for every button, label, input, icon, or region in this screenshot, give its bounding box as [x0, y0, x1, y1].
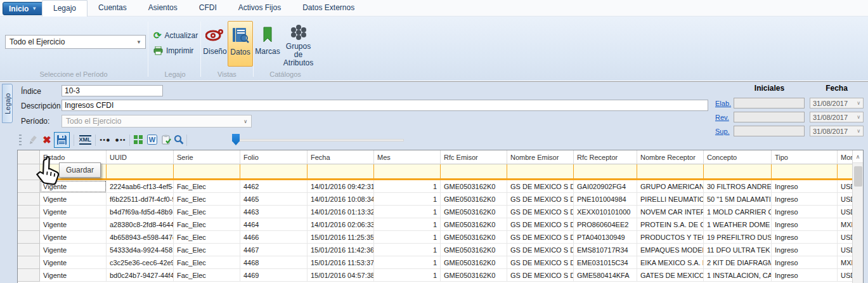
cell[interactable]: 54333d4a-9924-4581 — [107, 244, 174, 256]
filter-cell[interactable] — [637, 164, 704, 180]
cell[interactable]: PRODUCTOS Y TECN — [637, 231, 704, 244]
imprimir-button[interactable]: Imprimir — [153, 46, 193, 55]
scroll-up-icon[interactable]: ∧ — [853, 150, 863, 163]
cell[interactable]: XEXX010101000 — [574, 206, 637, 218]
cell[interactable]: a28380c8-2fd8-4644- — [107, 218, 174, 231]
tab-cfdi[interactable]: CFDI — [188, 0, 228, 16]
scrollbar-thumb[interactable] — [854, 166, 862, 187]
cell[interactable]: Vigente — [40, 269, 107, 282]
grip-handle[interactable] — [19, 135, 22, 146]
vertical-scrollbar[interactable]: ∧ — [852, 150, 863, 283]
cell[interactable]: Fac_Elec — [174, 256, 240, 269]
column-header-nombre-emisor[interactable]: Nombre Emisor — [507, 150, 574, 164]
periodo-select[interactable]: Todo el Ejercicio ∨ — [62, 115, 252, 128]
cell[interactable]: 2224aab6-cf13-4ef5-9 — [107, 180, 174, 193]
cell[interactable]: Fac_Elec — [174, 231, 240, 244]
cell[interactable]: Ingreso — [772, 269, 838, 282]
cell[interactable]: USD — [838, 180, 853, 193]
cell[interactable]: 4466 — [240, 231, 308, 244]
cell[interactable]: EME031015C34 — [574, 256, 637, 269]
cell[interactable]: Fac_Elec — [174, 218, 240, 231]
elab-date-select[interactable]: 31/08/2017∨ — [810, 98, 864, 109]
indice-input[interactable] — [62, 85, 163, 96]
cell[interactable]: Ingreso — [772, 256, 838, 269]
cell[interactable]: 11 DFO ULTRA TEK G — [704, 244, 772, 256]
rev-initials-input[interactable] — [734, 112, 805, 122]
cell[interactable]: 15/01/2016 11:53:37 — [308, 256, 374, 269]
rev-link[interactable]: Rev. — [715, 114, 729, 121]
cell[interactable]: GS DE MEXICO S DE R — [507, 180, 574, 193]
row-selector[interactable] — [18, 269, 40, 282]
filter-cell[interactable] — [772, 164, 838, 180]
cell[interactable]: 4467 — [240, 244, 308, 256]
tab-datos-externos[interactable]: Datos Externos — [292, 0, 365, 16]
cell[interactable]: 1 MOLD CARRIER CA — [704, 206, 772, 218]
cell[interactable]: GRUPO AMERICAN IN — [637, 180, 704, 193]
cell[interactable]: GS DE MEXICO S DE R — [507, 218, 574, 231]
row-selector[interactable] — [18, 244, 40, 256]
period-select[interactable]: Todo el Ejercicio ▼ — [5, 35, 146, 49]
cell[interactable]: 1 — [374, 180, 441, 193]
cell[interactable]: GME0503162K0 — [441, 256, 507, 269]
elab-initials-input[interactable] — [734, 98, 805, 109]
filter-cell[interactable] — [507, 164, 574, 180]
cell[interactable]: GME0503162K0 — [441, 231, 507, 244]
cell[interactable]: Ingreso — [772, 206, 838, 218]
cell[interactable]: Vigente — [40, 193, 107, 206]
cell[interactable]: 4465 — [240, 193, 308, 206]
cell[interactable]: 1 WEATHER DOME E — [704, 218, 772, 231]
edit-icon[interactable] — [27, 133, 39, 146]
cell[interactable]: Ingreso — [772, 231, 838, 244]
tab-legajo[interactable]: Legajo — [42, 0, 87, 16]
cell[interactable]: c3c25e36-cec6-42e9- — [107, 256, 174, 269]
cell[interactable]: GS DE MEXICO S DE R — [507, 231, 574, 244]
datos-button[interactable]: Datos — [228, 21, 253, 67]
cell[interactable]: Vigente — [40, 256, 107, 269]
cell[interactable]: GAI020902FG4 — [574, 180, 637, 193]
cell[interactable]: Fac_Elec — [174, 269, 240, 282]
cell[interactable]: GME0503162K0 — [441, 269, 507, 282]
cell[interactable]: 15/01/2016 11:42:36 — [308, 244, 374, 256]
cell[interactable]: GME0503162K0 — [441, 244, 507, 256]
cell[interactable]: 19 PREFILTRO DUST — [704, 231, 772, 244]
cell[interactable]: GME580414KFA — [574, 269, 637, 282]
cell[interactable]: EMS810717R34 — [574, 244, 637, 256]
cell[interactable]: 1 — [374, 206, 441, 218]
column-header-serie[interactable]: Serie — [174, 150, 240, 164]
cell[interactable]: NOVEM CAR INTERIOR — [637, 206, 704, 218]
cell[interactable]: USD — [838, 193, 853, 206]
cell[interactable]: PRO860604EE2 — [574, 218, 637, 231]
cell[interactable]: f6b22511-dd7f-4cf0-9 — [107, 193, 174, 206]
cell[interactable]: GS DE MEXICO S DE R — [507, 244, 574, 256]
excel-grid-icon[interactable] — [132, 133, 145, 146]
cell[interactable]: 14/01/2016 02:06:33 — [308, 218, 374, 231]
filter-cell[interactable] — [838, 164, 853, 180]
cell[interactable]: Ingreso — [772, 193, 838, 206]
cell[interactable]: bd0c24b7-9427-44f4- — [107, 269, 174, 282]
sup-link[interactable]: Sup. — [715, 128, 730, 135]
inicio-menu-button[interactable]: Inicio ▼ — [3, 2, 43, 15]
sup-date-select[interactable]: 31/08/2017∨ — [810, 126, 864, 136]
cell[interactable]: 4462 — [240, 180, 308, 193]
cell[interactable]: 4464 — [240, 218, 308, 231]
cell[interactable]: Fac_Elec — [174, 180, 240, 193]
filter-cell[interactable] — [240, 164, 308, 180]
cell[interactable]: GS DE MEXICO S DE R — [507, 193, 574, 206]
cell[interactable]: GS DE MEXICO S DE R — [507, 206, 574, 218]
cell[interactable]: 30 FILTROS ANDREAE — [704, 180, 772, 193]
tab-cuentas[interactable]: Cuentas — [87, 0, 138, 16]
cell[interactable]: 1 — [374, 193, 441, 206]
cell[interactable]: Ingreso — [772, 218, 838, 231]
side-tab-legajo[interactable]: Legajo — [2, 84, 13, 123]
save-button[interactable] — [54, 132, 70, 148]
cell[interactable]: 1 — [374, 218, 441, 231]
cell[interactable]: GS DE MEXICO S DE R — [507, 256, 574, 269]
xml-icon[interactable]: XML — [76, 133, 94, 146]
cell[interactable]: GS DE MEXICO S DE R — [507, 269, 574, 282]
cell[interactable]: 1 — [374, 269, 441, 282]
cell[interactable]: 50 "1 5M DALAMATIC — [704, 193, 772, 206]
cell[interactable]: 14/01/2016 01:13:32 — [308, 206, 374, 218]
column-header-mes[interactable]: Mes — [374, 150, 441, 164]
cell[interactable]: GME0503162K0 — [441, 193, 507, 206]
cell[interactable]: Fac_Elec — [174, 193, 240, 206]
